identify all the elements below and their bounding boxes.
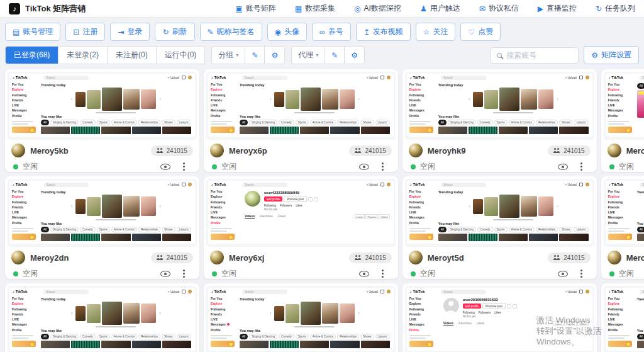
mini-top-bar: ♪ TikTokSearch+ Upload — [9, 181, 195, 188]
browser-thumbnail[interactable]: ♪ TikTokSearch+ UploadFor YouExploreFoll… — [8, 72, 197, 140]
status-dot — [212, 164, 217, 169]
mini-promo-banner — [12, 127, 36, 133]
browser-thumbnail[interactable]: ♪ TikTokSearch+ UploadFor YouExploreFoll… — [604, 286, 644, 352]
view-icon[interactable] — [359, 271, 369, 277]
proxy-dropdown[interactable]: 代理▾ — [292, 47, 325, 64]
mini-ui-part: VideosFavoritesLiked — [443, 321, 484, 326]
mini-avatar — [188, 290, 192, 293]
live-monitor-icon: ▶ — [538, 4, 543, 13]
mini-avatar — [188, 76, 192, 79]
heart-icon: ♡ — [468, 28, 475, 37]
mini-category-pill: Comedy — [80, 227, 96, 232]
like-button[interactable]: ♡点赞 — [460, 23, 501, 41]
mini-tiktok-page: ♪ TikTokSearch+ UploadFor YouExploreFoll… — [208, 288, 394, 351]
mini-sidebar-item: Friends — [608, 205, 633, 210]
search-input[interactable] — [506, 51, 572, 60]
tab-running[interactable]: 运行中(0) — [156, 47, 205, 64]
tab-not-registered[interactable]: 未注册(0) — [107, 47, 156, 64]
mini-category-pill: All — [637, 227, 644, 232]
nurture-button[interactable]: ∞养号 — [312, 23, 351, 41]
more-menu-icon[interactable] — [180, 162, 187, 171]
tab-logged-in[interactable]: 已登录(68) — [6, 47, 58, 64]
browser-thumbnail[interactable]: ♪ TikTokSearch+ UploadFor YouExploreFoll… — [8, 179, 197, 247]
more-menu-icon[interactable] — [379, 162, 386, 171]
browser-thumbnail[interactable]: ♪ TikTokSearch+ UploadFor YouExploreFoll… — [206, 286, 396, 352]
mini-sidebar-item: Explore — [608, 87, 633, 92]
nav-ai-mining[interactable]: ◎AI数据深挖 — [354, 3, 401, 14]
mini-main-content: Trending today‹›You may likeAllSinging &… — [238, 81, 394, 134]
mini-promo-banner — [211, 234, 235, 240]
mini-video-tile — [162, 341, 191, 348]
browser-thumbnail[interactable]: ♪ TikTokSearch+ UploadFor YouExploreFoll… — [206, 72, 396, 140]
mini-trending-tile — [521, 196, 537, 217]
mini-category-pill: Relationships — [138, 120, 160, 125]
mini-prev-arrow: ‹ — [69, 204, 74, 208]
mini-body: For YouExploreFollowingFriendsLIVEMessag… — [9, 295, 195, 348]
view-icon[interactable] — [160, 164, 170, 170]
mini-top-bar: ♪ TikTokSearch+ Upload — [407, 288, 592, 295]
browser-thumbnail[interactable]: ♪ TikTokSearch+ UploadFor YouExploreFoll… — [8, 286, 197, 352]
group-settings-button[interactable]: ⚙ — [264, 47, 284, 64]
nav-task-queue[interactable]: ↻任务队列 — [596, 3, 635, 14]
mini-sidebar-item: Profile — [12, 113, 37, 118]
login-button[interactable]: ⇥登录 — [110, 23, 150, 41]
mini-next-arrow: › — [157, 97, 162, 101]
more-menu-icon[interactable] — [180, 269, 187, 278]
mini-category-pill: Singing & Dancing — [448, 120, 476, 125]
mini-promo-banner — [12, 341, 36, 347]
more-menu-icon[interactable] — [578, 269, 585, 278]
browser-thumbnail[interactable]: ♪ TikTokSearch+ UploadFor YouExploreFoll… — [206, 179, 396, 247]
mini-sort-button: Popular — [564, 321, 577, 326]
more-menu-icon[interactable] — [578, 162, 585, 171]
nav-account-matrix[interactable]: ▣账号矩阵 — [235, 3, 275, 14]
publish-video-button[interactable]: ↥发布视频 — [356, 23, 411, 41]
view-icon[interactable] — [160, 271, 170, 277]
browser-thumbnail[interactable]: ♪ TikTokSearch+ UploadFor YouExploreFoll… — [405, 179, 594, 247]
mini-search-bar: Search — [640, 183, 644, 187]
group-edit-button[interactable]: ✎ — [245, 47, 264, 64]
nav-data-collection[interactable]: ▦数据采集 — [295, 3, 335, 14]
follow-button[interactable]: ☆关注 — [416, 23, 456, 41]
avatar-button[interactable]: ◉头像 — [267, 23, 307, 41]
mini-caption — [294, 326, 335, 327]
mini-video-strip — [240, 127, 390, 134]
nav-user-reach[interactable]: ♟用户触达 — [420, 3, 460, 14]
refresh-button[interactable]: ↻刷新 — [155, 23, 194, 41]
mini-sidebar-item: Messages — [211, 322, 236, 327]
mini-video-tile — [270, 127, 299, 134]
mini-profile-tab: Videos — [443, 321, 453, 326]
mini-profile-tab: Liked — [278, 214, 286, 219]
matrix-settings-button[interactable]: ⚙矩阵设置 — [584, 46, 639, 64]
mini-sidebar-item: Messages — [12, 108, 37, 113]
mini-trending-tile — [538, 196, 553, 216]
mini-video-tile — [438, 127, 467, 134]
status-row: 空闲 — [206, 159, 396, 174]
browser-thumbnail[interactable]: ♪ TikTokSearch+ UploadFor YouExploreFoll… — [604, 179, 644, 247]
register-button[interactable]: ⊡注册 — [65, 23, 105, 41]
followers-icon — [157, 148, 164, 153]
mini-upload-button: + Upload — [565, 76, 577, 79]
browser-thumbnail[interactable]: ♪ TikTokSearch+ UploadFor YouExploreFoll… — [405, 286, 594, 352]
nav-protocol-dm[interactable]: ✉协议私信 — [479, 3, 519, 14]
view-icon[interactable] — [558, 164, 568, 170]
mini-sidebar-item: Following — [409, 93, 435, 98]
view-icon[interactable] — [558, 271, 568, 277]
nickname-signature-button[interactable]: ✎昵称与签名 — [200, 23, 262, 41]
mini-trending-tile — [538, 89, 553, 109]
mini-category-pill: Relationships — [138, 227, 160, 232]
browser-thumbnail[interactable]: ♪ TikTokSearch+ UploadFor YouExploreFoll… — [604, 72, 644, 140]
view-icon[interactable] — [359, 164, 369, 170]
browser-thumbnail[interactable]: ♪ TikTokSearch+ UploadFor YouExploreFoll… — [405, 72, 594, 140]
proxy-edit-button[interactable]: ✎ — [325, 47, 344, 64]
nav-live-monitor[interactable]: ▶直播监控 — [538, 3, 577, 14]
account-manage-button[interactable]: ▤账号管理 — [5, 23, 60, 41]
mini-category-pill: Anime & Comics — [111, 120, 137, 125]
more-menu-icon[interactable] — [379, 269, 386, 278]
mini-category-pill: Lipsync — [574, 120, 588, 125]
tab-not-logged-in[interactable]: 未登录(2) — [58, 47, 107, 64]
mini-category-pill: Comedy — [279, 334, 294, 339]
group-dropdown[interactable]: 分组▾ — [212, 47, 245, 64]
account-avatar — [608, 144, 621, 157]
proxy-settings-button[interactable]: ⚙ — [344, 47, 364, 64]
mini-sidebar-item: Profile — [409, 113, 435, 118]
